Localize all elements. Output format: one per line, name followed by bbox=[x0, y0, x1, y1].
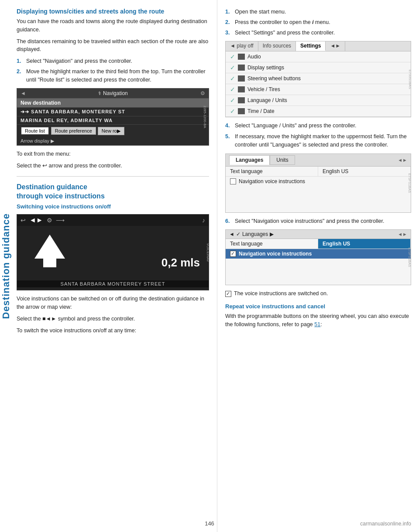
settings-time-label: Time / Date bbox=[247, 108, 275, 114]
right-step-5-num: 5. bbox=[225, 133, 233, 149]
sidebar: Destination guidance bbox=[0, 0, 12, 532]
route-preference-btn[interactable]: Route preference bbox=[51, 127, 96, 135]
right-step-3-num: 3. bbox=[225, 29, 233, 37]
step-2-num: 2. bbox=[17, 68, 24, 84]
right-step-3-text: Select "Settings" and press the controll… bbox=[235, 29, 335, 37]
info-icon: i bbox=[312, 18, 313, 26]
tab-play-off[interactable]: ◄ play off bbox=[226, 41, 258, 51]
watermark-settings1: E733S1BAS bbox=[408, 70, 412, 89]
voice-checkbox-empty[interactable] bbox=[230, 178, 236, 184]
section-towns-heading: Displaying towns/cities and streets alon… bbox=[17, 8, 209, 15]
language-checkmark-icon: ✓ bbox=[230, 97, 235, 104]
voice-para3: To switch the voice instructions on/off … bbox=[17, 327, 209, 335]
voice-on-text: The voice instructions are switched on. bbox=[234, 290, 328, 298]
voice-para2: Select the ■◄► symbol and press the cont… bbox=[17, 315, 209, 323]
map-ui-box: ↩ ◄► ⚙ ⟶ ♪ 0,2 mls SANTA BARBARA MONTERR… bbox=[17, 214, 209, 290]
lang-box-1-icon: ◄► bbox=[398, 157, 407, 163]
tab-back[interactable]: ◄► bbox=[326, 41, 345, 51]
nav-arrow-display: Arrow display ▶ bbox=[17, 137, 209, 145]
nav-row-santa-barbara: ➔➔ SANTA BARBARA, MONTERREY ST bbox=[17, 108, 209, 116]
voice-on-confirmation: The voice instructions are switched on. bbox=[225, 290, 411, 298]
lang-tab-units[interactable]: Units bbox=[270, 155, 295, 165]
arrow-icon: ⟶ bbox=[56, 217, 65, 224]
lang-box-2-icon: ◄ bbox=[229, 231, 234, 237]
speaker-icon: ◄► bbox=[29, 216, 43, 224]
watermark-1: 2285-1200-BA bbox=[203, 106, 207, 128]
back-icon: ↩ bbox=[21, 217, 26, 224]
footer-website: carmanualsonline.info bbox=[360, 521, 411, 527]
vehicle-icon bbox=[238, 86, 245, 92]
route-list-btn[interactable]: Route list bbox=[21, 126, 49, 135]
map-content: 0,2 mls bbox=[17, 226, 209, 283]
settings-row-language: ✓ Language / Units bbox=[226, 95, 411, 106]
lang-box-2-header: ◄ ✓ Languages ▶ ◄► bbox=[226, 230, 411, 239]
lang-box-1-spacer bbox=[226, 186, 411, 212]
watermark-lang2: E73FS1BAS bbox=[408, 248, 412, 267]
sidebar-label: Destination guidance bbox=[0, 213, 12, 319]
right-column: 1. Open the start menu. 2. Press the con… bbox=[217, 0, 419, 532]
right-step-6-text: Select "Navigation voice instructions" a… bbox=[235, 217, 384, 225]
settings-display-label: Display settings bbox=[247, 65, 284, 71]
lang-box-2-text-label: Text language bbox=[226, 239, 318, 249]
section-voice-heading: Destination guidance through voice instr… bbox=[17, 183, 209, 201]
settings-icon: ⚙ bbox=[47, 217, 52, 224]
distance-display: 0,2 mls bbox=[161, 256, 200, 269]
right-step-6-num: 6. bbox=[225, 217, 233, 225]
settings-steering-label: Steering wheel buttons bbox=[247, 75, 301, 82]
step-2-text: Move the highlight marker to the third f… bbox=[26, 68, 209, 84]
settings-row-audio: ✓ Audio bbox=[226, 51, 411, 62]
lang-cell-text-lang-label: Text language bbox=[226, 167, 318, 176]
voice-checkbox-checked[interactable] bbox=[230, 251, 236, 257]
lang-box-2-row1: Text language English US bbox=[226, 239, 411, 249]
tab-settings[interactable]: Settings bbox=[296, 41, 326, 51]
section-towns-para2: The distances remaining to be traveled w… bbox=[17, 38, 209, 54]
right-step-4-text: Select "Language / Units" and press the … bbox=[235, 122, 357, 130]
nav-title: ⚕ Navigation bbox=[98, 90, 128, 96]
lang-box-2-label: Languages bbox=[242, 231, 268, 237]
nav-right-icon: ⚙ bbox=[200, 90, 205, 96]
switching-sub-heading: Switching voice instructions on/off bbox=[17, 203, 209, 210]
new-ro-btn[interactable]: New ro▶ bbox=[98, 127, 124, 135]
right-step-6: 6. Select "Navigation voice instructions… bbox=[225, 217, 411, 225]
left-column: Displaying towns/cities and streets alon… bbox=[12, 0, 217, 532]
lang-box-2-right-icon: ◄► bbox=[398, 232, 407, 237]
lang-box-2-spacer bbox=[226, 259, 411, 285]
right-step-4: 4. Select "Language / Units" and press t… bbox=[225, 122, 411, 130]
lang-voice-row-1: Navigation voice instructions bbox=[226, 177, 411, 186]
voice-on-icon bbox=[225, 291, 231, 297]
settings-vehicle-label: Vehicle / Tires bbox=[247, 86, 280, 92]
arrow-container bbox=[34, 230, 65, 267]
nav-box-buttons: Route list Route preference New ro▶ bbox=[17, 125, 209, 137]
right-steps-mid: 4. Select "Language / Units" and press t… bbox=[225, 122, 411, 149]
tab-info-sources[interactable]: Info sources bbox=[258, 41, 296, 51]
voice-para1: Voice instructions can be switched on or… bbox=[17, 295, 209, 311]
step-1-num: 1. bbox=[17, 57, 24, 65]
settings-language-label: Language / Units bbox=[247, 97, 287, 103]
settings-row-vehicle: ✓ Vehicle / Tires bbox=[226, 84, 411, 95]
display-checkmark-icon: ✓ bbox=[230, 64, 235, 71]
page-number: 146 bbox=[205, 520, 214, 527]
lang-tab-languages[interactable]: Languages bbox=[229, 155, 270, 165]
right-step-2-num: 2. bbox=[225, 18, 233, 27]
watermark-lang1: E73FS1BAS bbox=[408, 173, 412, 193]
right-step-3: 3. Select "Settings" and press the contr… bbox=[225, 29, 411, 37]
right-step-1: 1. Open the start menu. bbox=[225, 8, 411, 16]
step-1: 1. Select "Navigation" and press the con… bbox=[17, 57, 209, 65]
page-link-51[interactable]: 51 bbox=[314, 321, 320, 327]
right-steps-top: 1. Open the start menu. 2. Press the con… bbox=[225, 8, 411, 37]
vehicle-checkmark-icon: ✓ bbox=[230, 86, 235, 93]
map-toolbar: ↩ ◄► ⚙ ⟶ ♪ bbox=[17, 215, 209, 226]
voice-instructions-label-2: Navigation voice instructions bbox=[239, 251, 312, 257]
nav-back-icon: ◄ bbox=[21, 90, 26, 96]
volume-icon: ♪ bbox=[202, 217, 205, 224]
lang-box-2: ◄ ✓ Languages ▶ ◄► Text language English… bbox=[225, 229, 411, 285]
section-towns: Displaying towns/cities and streets alon… bbox=[17, 8, 209, 170]
right-step-2: 2. Press the controller to open the i me… bbox=[225, 18, 411, 27]
section-towns-steps: 1. Select "Navigation" and press the con… bbox=[17, 57, 209, 84]
time-checkmark-icon: ✓ bbox=[230, 108, 235, 115]
exit-text2: Select the ↩ arrow and press the control… bbox=[17, 162, 209, 170]
lang-box-2-title: ◄ ✓ Languages ▶ bbox=[229, 231, 274, 237]
repeat-heading: Repeat voice instructions and cancel bbox=[225, 303, 411, 310]
right-step-5-text: If necessary, move the highlight marker … bbox=[235, 133, 411, 149]
nav-box-header: ◄ ⚕ Navigation ⚙ bbox=[17, 89, 209, 99]
